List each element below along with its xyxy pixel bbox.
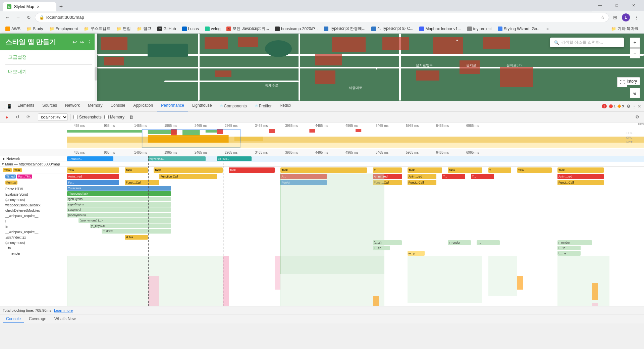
fblock-ztfire[interactable]: zt.fire — [125, 235, 148, 240]
flame-animred-5[interactable]: Anim...red — [557, 174, 604, 179]
flame-funcal-3[interactable]: Funct...Call — [373, 180, 402, 185]
undo-button[interactable]: ↩ — [72, 39, 77, 45]
tab-profiler[interactable]: ⚛ Profiler — [251, 101, 276, 111]
flame-t-2[interactable]: T... — [471, 174, 494, 179]
memory-checkbox[interactable]: Memory — [104, 115, 124, 119]
flame-animired-4[interactable]: Anim...red — [408, 174, 436, 179]
bookmark-mapbox[interactable]: Mapbox Indoor v1... — [417, 25, 464, 33]
task-block-8[interactable]: Task — [448, 167, 482, 173]
console-tab-console[interactable]: Console — [3, 315, 24, 323]
active-tab[interactable]: S Styled Map × — [3, 2, 56, 11]
console-tab-whatsnew[interactable]: What's New — [51, 315, 79, 323]
toolbar-settings-button[interactable]: ⚙ — [633, 113, 641, 121]
task-block-11[interactable]: Task — [557, 167, 604, 173]
flame-func-call-1[interactable]: Function Call — [159, 174, 217, 179]
zoom-in-button[interactable]: + — [630, 38, 640, 48]
trash-button[interactable]: 🗑 — [127, 113, 135, 121]
sidebar-scrollbar[interactable] — [95, 34, 97, 101]
bookmark-employment[interactable]: 📁 Employment — [47, 25, 81, 33]
bookmark-more[interactable]: » — [544, 25, 551, 33]
map-search-box[interactable]: 🔍 검색할 장소를 입력하... — [550, 38, 624, 47]
tab-components[interactable]: ⚛ Components — [216, 101, 251, 111]
bookmark-toy[interactable]: toy project — [465, 25, 494, 33]
fblock-yglyph[interactable]: y.getGlyphs — [67, 202, 171, 207]
flame-animred-2[interactable]: A... — [280, 174, 327, 179]
sidebar-scrollbar-handle[interactable] — [95, 67, 97, 81]
device-mode-button[interactable]: 📱 — [7, 104, 12, 109]
maximize-button[interactable]: □ — [609, 0, 625, 11]
inspect-element-button[interactable]: ⬚ — [1, 104, 5, 109]
fblock-rrr[interactable]: r_render — [448, 240, 471, 245]
tab-network[interactable]: Network — [61, 101, 84, 111]
task-block-2[interactable]: Task — [125, 167, 148, 173]
fblock-tureceive[interactable]: Tureceive — [67, 186, 171, 191]
tab-close-button[interactable]: × — [37, 4, 40, 9]
bookmark-lucas[interactable]: Lucas — [179, 25, 202, 33]
fblock-inup[interactable]: in...p — [408, 251, 425, 256]
url-bar[interactable]: 🔒 localhost:3000/map ☆ — [35, 13, 609, 22]
fblock-as[interactable]: (a...s) — [373, 240, 402, 245]
fblock-anon3[interactable]: (anonymous) — [67, 213, 171, 217]
tab-redux[interactable]: Redux — [276, 101, 296, 111]
map-background[interactable]: 을지로입구 을지로 을지로3가 세종대로 청계수로 ● ● 🔍 검색할 장소를 … — [97, 34, 644, 101]
target-select[interactable]: localhost #2 — [38, 113, 68, 121]
fblock-anon4[interactable]: (anonymous) {...} — [78, 218, 171, 223]
zoom-out-button[interactable]: − — [630, 48, 640, 58]
learn-more-link[interactable]: Learn more — [54, 308, 73, 312]
timeline-overview[interactable]: FPS CPU NET — [0, 129, 644, 149]
task-block-1[interactable]: Task — [67, 167, 119, 173]
fblock-getglyphs[interactable]: !getGlyphs — [67, 197, 171, 201]
network-track-label[interactable]: ▶ Network — [0, 156, 67, 161]
console-tab-coverage[interactable]: Coverage — [25, 315, 50, 323]
settings-button[interactable]: ⋮ — [632, 13, 641, 22]
task-block-10[interactable]: Task — [517, 167, 552, 173]
close-button[interactable]: ✕ — [626, 0, 641, 11]
task-block-5[interactable]: Task — [280, 167, 367, 173]
record-button[interactable]: ● — [3, 113, 11, 121]
fblock-process[interactable]: Ti.processTask — [67, 191, 171, 196]
devtools-undock-button[interactable]: ✕ — [638, 104, 641, 109]
bookmark-ref[interactable]: 📁 참고 — [134, 25, 154, 33]
task-block-6[interactable]: T... — [373, 167, 402, 173]
flame-funcal-4[interactable]: Funct...Call — [408, 180, 436, 185]
fblock-tinysdf[interactable]: y._tinySDF — [90, 223, 171, 228]
extensions-button[interactable]: ⊞ — [610, 13, 620, 22]
stop-record-button[interactable]: ↺ — [13, 113, 21, 121]
bookmark-study[interactable]: 📁 Study — [24, 25, 46, 33]
profile-button[interactable]: L — [621, 13, 631, 22]
tab-sources[interactable]: Sources — [38, 101, 61, 111]
tab-performance[interactable]: Performance — [157, 101, 188, 111]
task-block-4[interactable]: Task — [229, 167, 275, 173]
screenshots-checkbox-input[interactable] — [73, 115, 78, 119]
bookmark-aws[interactable]: AWS — [3, 25, 23, 33]
new-tab-button[interactable]: + — [56, 2, 66, 11]
fblock-lte[interactable]: L...te — [557, 246, 581, 250]
bookmark-velog[interactable]: velog — [202, 25, 223, 33]
bookmark-interview[interactable]: 📁 면접 — [114, 25, 133, 33]
overview-chart[interactable]: FPS CPU NET — [67, 129, 644, 149]
task-block-3[interactable]: Task — [154, 167, 223, 173]
flame-funcal-2[interactable]: Funct...Call — [125, 180, 159, 185]
tab-lighthouse[interactable]: Lighthouse — [188, 101, 216, 111]
minimize-button[interactable]: — — [592, 0, 608, 11]
fblock-lhe[interactable]: L...he — [557, 251, 581, 256]
flame-animred-1[interactable]: Anim...red — [67, 174, 119, 179]
tab-elements[interactable]: Elements — [13, 101, 38, 111]
bookmark-other[interactable]: 📁 기타 북마크 — [608, 25, 641, 33]
flame-funcal-1[interactable]: Fu... — [67, 180, 119, 185]
devtools-settings-button[interactable]: ⚙ — [627, 104, 631, 109]
bookmark-styling[interactable]: Styling Wizard: Go... — [495, 25, 543, 33]
bookmark-github[interactable]: ⑂ GitHub — [155, 25, 178, 33]
clear-button[interactable]: ⟳ — [24, 113, 32, 121]
advanced-settings-item[interactable]: 고급설정 — [0, 50, 97, 64]
my-location-button[interactable]: ◎ — [630, 88, 640, 98]
fblock-mdraw[interactable]: m.draw — [102, 229, 171, 234]
flame-t-1[interactable]: T... — [442, 174, 465, 179]
fblock-les[interactable]: L...es — [373, 246, 390, 250]
devtools-more-button[interactable]: ⋮ — [632, 104, 636, 109]
flame-animred-3[interactable]: Anim...red — [373, 174, 402, 179]
tab-console[interactable]: Console — [106, 101, 129, 111]
back-button[interactable]: ← — [3, 13, 12, 22]
bookmark-boostcamp2[interactable]: boostcamp-2020/P... — [272, 25, 320, 33]
screenshots-checkbox[interactable]: Screenshots — [73, 115, 102, 119]
